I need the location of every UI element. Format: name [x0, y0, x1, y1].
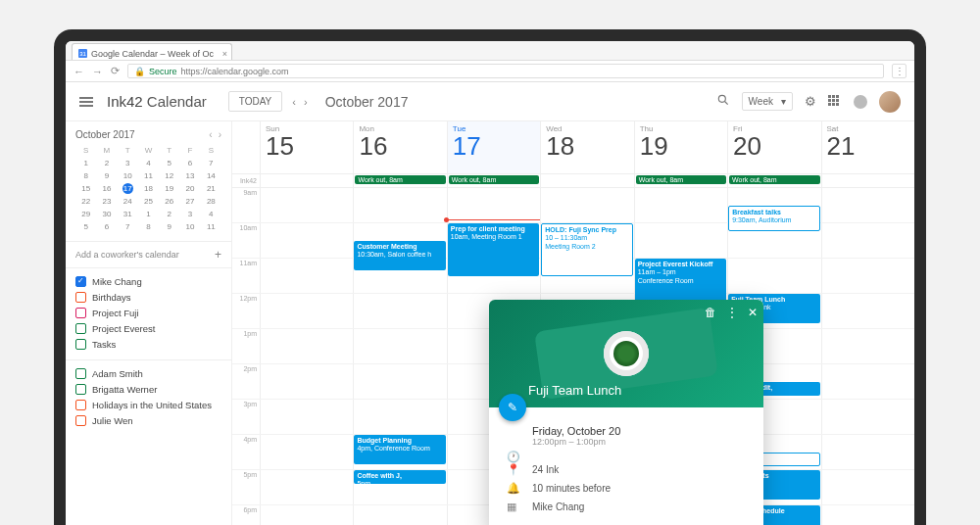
mini-cal-day[interactable]: 31 — [118, 208, 138, 220]
delete-icon[interactable]: 🗑 — [705, 306, 716, 319]
forward-icon[interactable]: → — [92, 66, 103, 77]
time-cell[interactable] — [540, 188, 633, 222]
checkbox-icon[interactable] — [75, 339, 86, 350]
mini-cal-day[interactable]: 24 — [118, 195, 138, 208]
mini-cal-day[interactable]: 25 — [138, 195, 159, 208]
time-cell[interactable] — [821, 435, 914, 469]
time-cell[interactable] — [821, 505, 914, 525]
mini-cal-day[interactable]: 18 — [138, 182, 159, 195]
mini-cal-day[interactable]: 5 — [75, 220, 96, 233]
time-cell[interactable] — [260, 435, 353, 469]
time-cell[interactable] — [634, 223, 727, 258]
address-bar[interactable]: 🔒 Secure https://calendar.google.com — [127, 64, 884, 78]
time-cell[interactable] — [260, 259, 353, 293]
all-day-cell[interactable] — [540, 174, 633, 187]
close-tab-icon[interactable]: × — [222, 49, 227, 59]
mini-cal-day[interactable]: 15 — [75, 182, 96, 195]
time-cell[interactable] — [353, 400, 446, 434]
mini-cal-day[interactable]: 1 — [75, 157, 96, 169]
mini-cal-day[interactable]: 16 — [96, 182, 117, 195]
prev-week-icon[interactable]: ‹ — [288, 96, 300, 108]
back-icon[interactable]: ← — [74, 66, 84, 77]
time-cell[interactable] — [353, 364, 446, 399]
time-cell[interactable] — [260, 223, 353, 258]
all-day-event[interactable]: Work out, 8am — [355, 175, 445, 184]
today-button[interactable]: TODAY — [228, 91, 283, 112]
account-avatar[interactable] — [879, 91, 901, 113]
mini-cal-day[interactable]: 27 — [179, 195, 200, 208]
day-header[interactable]: Mon16 — [353, 121, 446, 173]
day-header[interactable]: Sat21 — [821, 121, 914, 173]
time-cell[interactable] — [260, 294, 353, 328]
time-cell[interactable] — [353, 188, 446, 222]
day-header[interactable]: Fri20 — [727, 121, 820, 173]
checkbox-icon[interactable] — [75, 400, 86, 410]
mini-cal-day[interactable]: 17 — [118, 182, 138, 195]
time-cell[interactable] — [260, 188, 353, 222]
mini-cal-day[interactable]: 2 — [159, 208, 179, 220]
checkbox-icon[interactable] — [75, 415, 86, 426]
browser-tab[interactable]: 31 Google Calendar – Week of Oc × — [72, 43, 232, 60]
calendar-toggle[interactable]: Birthdays — [75, 292, 221, 303]
mini-prev-icon[interactable]: ‹ — [209, 129, 212, 140]
mini-cal-day[interactable]: 3 — [118, 157, 138, 169]
time-cell[interactable] — [727, 259, 820, 293]
all-day-event[interactable]: Work out, 8am — [449, 175, 539, 184]
calendar-event[interactable]: Coffee with J,5pm — [354, 470, 445, 484]
plus-icon[interactable]: + — [215, 248, 221, 262]
calendar-event[interactable]: Breakfast talks9:30am, Auditorium — [728, 206, 819, 231]
day-header[interactable]: Thu19 — [634, 121, 727, 173]
mini-cal-day[interactable]: 1 — [138, 208, 159, 220]
mini-cal-day[interactable]: 6 — [179, 157, 200, 169]
day-header[interactable]: Tue17 — [447, 121, 540, 173]
mini-cal-day[interactable]: 28 — [201, 195, 221, 208]
mini-cal-day[interactable]: 14 — [201, 169, 221, 182]
mini-next-icon[interactable]: › — [219, 129, 221, 140]
mini-cal-day[interactable]: 21 — [201, 182, 221, 195]
time-cell[interactable] — [260, 505, 353, 525]
calendar-toggle[interactable]: Julie Wen — [75, 415, 221, 426]
calendar-toggle[interactable]: Adam Smith — [75, 368, 221, 379]
all-day-cell[interactable]: Work out, 8am — [634, 174, 727, 187]
settings-icon[interactable]: ⚙ — [805, 94, 816, 109]
calendar-event[interactable]: Customer Meeting10:30am, Salon coffee h — [354, 241, 445, 270]
checkbox-icon[interactable] — [75, 308, 86, 318]
view-selector[interactable]: Week ▾ — [742, 92, 793, 111]
mini-cal-day[interactable]: 3 — [179, 208, 200, 220]
all-day-cell[interactable] — [821, 174, 914, 187]
mini-cal-day[interactable]: 5 — [159, 157, 179, 169]
calendar-toggle[interactable]: Project Fuji — [75, 308, 221, 318]
next-week-icon[interactable]: › — [300, 96, 312, 108]
mini-cal-day[interactable]: 30 — [96, 208, 117, 220]
mini-cal-day[interactable]: 7 — [118, 220, 138, 233]
calendar-event[interactable]: HOLD: Fuji Sync Prep10 – 11:30amMeeting … — [541, 223, 632, 276]
calendar-event[interactable]: Prep for client meeting10am, Meeting Roo… — [448, 223, 539, 276]
calendar-toggle[interactable]: Tasks — [75, 339, 221, 350]
apps-icon[interactable] — [828, 95, 842, 109]
mini-cal-day[interactable]: 12 — [159, 169, 179, 182]
day-header[interactable]: Sun15 — [260, 121, 353, 173]
calendar-event[interactable]: Budget Planning4pm, Conference Room — [354, 435, 445, 464]
time-cell[interactable] — [821, 223, 914, 258]
mini-cal-day[interactable]: 4 — [201, 208, 221, 220]
mini-cal-day[interactable]: 19 — [159, 182, 179, 195]
reload-icon[interactable]: ⟳ — [111, 65, 120, 77]
browser-menu-icon[interactable]: ⋮ — [892, 64, 906, 78]
calendar-toggle[interactable]: Holidays in the United States — [75, 400, 221, 410]
mini-cal-day[interactable]: 9 — [96, 169, 117, 182]
mini-cal-day[interactable]: 11 — [138, 169, 159, 182]
all-day-cell[interactable]: Work out, 8am — [447, 174, 540, 187]
mini-cal-day[interactable]: 10 — [179, 220, 200, 233]
mini-cal-day[interactable]: 22 — [75, 195, 96, 208]
time-cell[interactable] — [821, 188, 914, 222]
close-icon[interactable]: ✕ — [748, 306, 758, 319]
all-day-event[interactable]: Work out, 8am — [636, 175, 726, 184]
time-cell[interactable] — [634, 188, 727, 222]
checkbox-icon[interactable] — [75, 276, 86, 287]
time-cell[interactable] — [821, 259, 914, 293]
mini-cal-day[interactable]: 2 — [96, 157, 117, 169]
search-icon[interactable] — [716, 93, 730, 110]
mini-cal-day[interactable]: 6 — [96, 220, 117, 233]
all-day-cell[interactable] — [260, 174, 353, 187]
mini-cal-day[interactable]: 4 — [138, 157, 159, 169]
